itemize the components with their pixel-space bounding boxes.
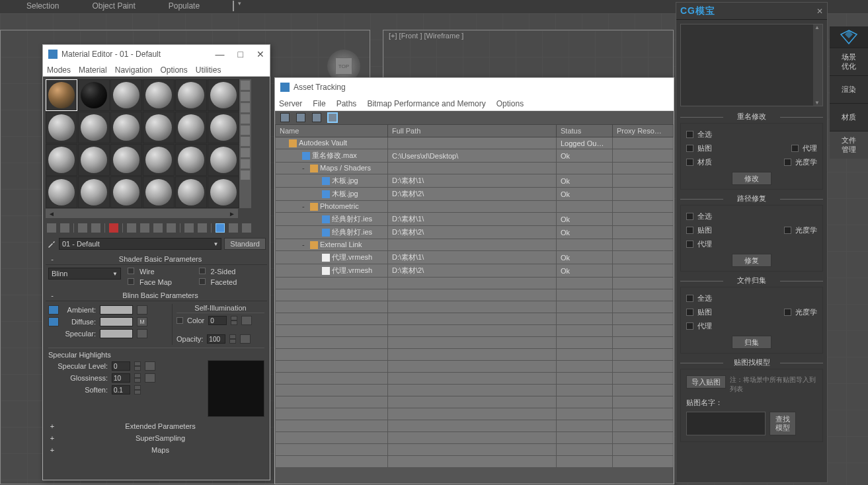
make-preview-icon[interactable] [241,137,250,146]
soften-spinner[interactable]: 0.1 [112,385,130,394]
two-sided-checkbox[interactable] [199,268,206,274]
material-sample[interactable] [78,176,110,208]
texture-name-list[interactable] [686,412,766,435]
material-editor-titlebar[interactable]: Material Editor - 01 - Default — □ ✕ [43,45,270,63]
spinner-down[interactable] [134,390,141,394]
color-checkbox[interactable] [177,317,183,324]
background-icon[interactable] [241,103,250,112]
archive-all-checkbox[interactable] [686,295,693,302]
diffuse-swatch[interactable] [100,317,133,326]
face-map-checkbox[interactable] [128,278,134,285]
video-check-icon[interactable] [241,126,250,135]
mail-icon[interactable] [233,1,234,11]
material-sample[interactable] [208,112,239,143]
ambient-lock-icon[interactable] [137,305,147,315]
maximize-button[interactable]: □ [238,49,243,59]
material-sample[interactable] [208,176,239,208]
menu-bitmap[interactable]: Bitmap Performance and Memory [367,99,485,108]
material-sample[interactable] [46,176,77,208]
shader-type-dropdown[interactable]: Blinn▼ [48,268,121,280]
material-sample[interactable] [46,112,77,143]
material-sample-2[interactable] [78,79,110,111]
spinner-up[interactable] [134,385,141,390]
material-sample[interactable] [208,144,239,176]
material-sample[interactable] [78,144,110,176]
col-proxy[interactable]: Proxy Reso… [613,125,674,137]
select-by-material-icon[interactable] [241,159,250,168]
reset-map-icon[interactable] [91,223,100,233]
blinn-rollout-header[interactable]: - Blinn Basic Parameters [46,290,267,301]
material-id-icon[interactable] [167,223,176,233]
specular-map-button[interactable] [137,329,147,338]
show-end-result-icon[interactable] [198,223,207,233]
table-row[interactable]: 木板.jpgD:\素材\2\Ok [276,188,674,201]
put-to-scene-icon[interactable] [60,223,69,233]
material-sample[interactable] [78,112,110,143]
self-illum-spinner[interactable]: 0 [208,316,227,325]
opacity-map-button[interactable] [240,334,251,344]
col-path[interactable]: Full Path [388,125,557,137]
spinner-down[interactable] [231,320,237,325]
eyedropper-icon[interactable] [47,239,56,248]
material-sample[interactable] [143,176,175,208]
archive-button[interactable]: 归集 [732,336,771,349]
sample-type-icon[interactable] [241,81,250,90]
material-sample[interactable] [110,144,142,176]
material-sample[interactable] [175,176,207,208]
menu-modes[interactable]: Modes [47,65,71,75]
tab-render[interactable]: 渲染 [830,75,868,103]
specular-level-spinner[interactable]: 0 [112,361,130,371]
material-sample[interactable] [175,79,207,111]
import-texture-button[interactable]: 导入贴图 [686,375,726,389]
menu-populate[interactable]: Populate [169,1,200,11]
backlight-icon[interactable] [241,92,250,101]
menu-selection[interactable]: Selection [26,1,59,11]
archive-photometric-checkbox[interactable] [784,309,791,316]
spinner-down[interactable] [134,366,141,371]
close-icon[interactable]: ✕ [816,7,823,16]
material-type-button[interactable]: Standard [224,238,266,250]
table-row[interactable]: 代理.vrmeshD:\素材\2\Ok [276,264,674,278]
menu-utilities[interactable]: Utilities [196,65,221,75]
plugin-logo-icon[interactable] [830,26,868,48]
specular-level-map-button[interactable] [145,361,155,371]
go-to-parent-icon[interactable] [216,223,225,233]
spinner-up[interactable] [229,334,236,339]
material-name-dropdown[interactable]: 01 - Default▼ [59,238,221,250]
spinner-down[interactable] [134,378,141,383]
asset-tracking-titlebar[interactable]: Asset Tracking [275,78,674,96]
material-map-nav-icon[interactable] [241,170,250,180]
pathfix-button[interactable]: 修复 [732,254,771,267]
rename-proxy-checkbox[interactable] [791,145,799,152]
glossiness-spinner[interactable]: 10 [112,373,130,383]
delete-icon[interactable] [109,223,118,233]
menu-paths[interactable]: Paths [336,99,357,108]
material-sample[interactable] [143,144,175,176]
pathfix-proxy-checkbox[interactable] [686,241,693,248]
menu-file[interactable]: File [313,99,325,108]
wire-checkbox[interactable] [128,268,134,274]
find-model-button[interactable]: 查找 模型 [769,412,796,435]
menu-material[interactable]: Material [79,65,107,75]
tab-material[interactable]: 材质 [830,103,868,131]
material-sample[interactable] [110,79,142,111]
specular-swatch[interactable] [100,329,133,338]
put-to-library-icon[interactable] [153,223,163,233]
spinner-up[interactable] [231,316,237,320]
diffuse-map-button[interactable]: M [137,317,147,326]
opacity-spinner[interactable]: 100 [207,334,225,344]
viewcube-top[interactable]: TOP [335,57,352,75]
scroll-left-icon[interactable]: ◄ [48,210,55,217]
material-sample-1[interactable] [46,79,77,111]
rename-button[interactable]: 修改 [732,172,771,185]
show-map-icon[interactable] [184,223,194,233]
close-button[interactable]: ✕ [256,49,264,59]
lock-diffuse-icon[interactable] [48,317,59,326]
shader-rollout-header[interactable]: - Shader Basic Parameters [46,254,267,264]
table-row[interactable]: 经典射灯.iesD:\素材\2\Ok [276,226,674,239]
extended-rollout-header[interactable]: + Extended Parameters [46,421,267,431]
options-icon[interactable] [241,148,250,157]
table-row[interactable]: -External Link [276,239,674,251]
self-illum-map-button[interactable] [241,316,252,325]
maps-rollout-header[interactable]: + Maps [46,445,267,455]
